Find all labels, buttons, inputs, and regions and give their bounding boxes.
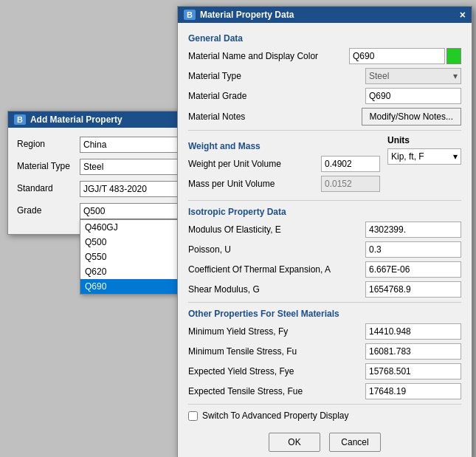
material-notes-label: Material Notes: [188, 111, 362, 122]
material-type-row: Material Type: [17, 159, 182, 175]
material-type-mat-label: Material Type: [188, 71, 365, 81]
advanced-checkbox-row: Switch To Advanced Property Display: [188, 410, 461, 421]
general-data-header: General Data: [188, 33, 461, 44]
units-value: Kip, ft, F: [391, 151, 424, 162]
fy-input[interactable]: [365, 323, 461, 340]
mass-row: Mass per Unit Volume: [188, 176, 380, 192]
close-button[interactable]: ×: [460, 10, 466, 20]
add-material-window: B Add Material Property Region Material …: [7, 111, 192, 235]
shear-label: Shear Modulus, G: [188, 284, 365, 295]
name-color-label: Material Name and Display Color: [188, 51, 349, 61]
modulus-label: Modulus Of Elasticity, E: [188, 224, 365, 235]
material-type-select-value: Steel: [369, 71, 389, 81]
material-type-input[interactable]: [80, 159, 183, 175]
poisson-input[interactable]: [365, 241, 461, 258]
material-property-title-bar: B Material Property Data ×: [178, 7, 472, 23]
grade-dropdown-list: Q460GJ Q500 Q550 Q620 Q690: [80, 219, 182, 295]
cancel-button[interactable]: Cancel: [329, 433, 381, 452]
add-material-title-text: Add Material Property: [30, 114, 123, 125]
grade-option-q500[interactable]: Q500: [80, 235, 182, 250]
fue-input[interactable]: [365, 383, 461, 399]
thermal-row: Coefficient Of Thermal Expansion, A: [188, 261, 461, 278]
material-grade-mat-label: Material Grade: [188, 91, 365, 101]
fye-row: Expected Yield Stress, Fye: [188, 363, 461, 379]
material-type-mat-row: Material Type Steel ▾: [188, 68, 461, 84]
material-property-window: B Material Property Data × General Data …: [177, 6, 472, 457]
add-material-title-icon: B: [14, 114, 26, 125]
poisson-label: Poisson, U: [188, 244, 365, 255]
grade-row: Grade Q500 Q460GJ Q500 Q550 Q620 Q690: [17, 203, 182, 219]
fu-row: Minimum Tensile Stress, Fu: [188, 343, 461, 360]
grade-option-q620[interactable]: Q620: [80, 264, 182, 279]
grade-selected[interactable]: Q500: [80, 203, 182, 219]
name-color-row: Material Name and Display Color: [188, 48, 461, 64]
thermal-label: Coefficient Of Thermal Expansion, A: [188, 264, 365, 275]
dialog-buttons: OK Cancel: [188, 427, 461, 456]
grade-option-q690[interactable]: Q690: [80, 279, 182, 294]
grade-option-q550[interactable]: Q550: [80, 250, 182, 264]
material-type-label: Material Type: [17, 159, 80, 171]
material-type-select[interactable]: Steel ▾: [365, 68, 461, 84]
region-label: Region: [17, 137, 80, 149]
weight-row: Weight per Unit Volume: [188, 156, 380, 172]
standard-input[interactable]: [80, 181, 183, 197]
units-label: Units: [387, 135, 461, 145]
units-select[interactable]: Kip, ft, F ▾: [387, 148, 461, 165]
name-color-wrap: [349, 48, 461, 64]
mass-label: Mass per Unit Volume: [188, 179, 321, 189]
fy-row: Minimum Yield Stress, Fy: [188, 323, 461, 340]
material-notes-row: Material Notes Modify/Show Notes...: [188, 108, 461, 126]
fue-row: Expected Tensile Stress, Fue: [188, 383, 461, 399]
material-property-title-text: Material Property Data: [200, 10, 294, 20]
modulus-row: Modulus Of Elasticity, E: [188, 221, 461, 238]
material-property-title-icon: B: [184, 10, 196, 20]
add-material-content: Region Material Type Standard Grade Q500…: [8, 128, 191, 234]
region-input[interactable]: [80, 137, 183, 153]
poisson-row: Poisson, U: [188, 241, 461, 258]
weight-mass-section: Weight and Mass Weight per Unit Volume M…: [188, 135, 380, 196]
standard-label: Standard: [17, 181, 80, 193]
weight-input[interactable]: [321, 156, 380, 172]
material-grade-mat-row: Material Grade: [188, 88, 461, 104]
thermal-input[interactable]: [365, 261, 461, 278]
fye-input[interactable]: [365, 363, 461, 379]
grade-label: Grade: [17, 203, 80, 216]
fu-input[interactable]: [365, 343, 461, 360]
standard-row: Standard: [17, 181, 182, 197]
fu-label: Minimum Tensile Stress, Fu: [188, 346, 365, 357]
weight-label: Weight per Unit Volume: [188, 159, 321, 169]
material-grade-input[interactable]: [365, 88, 461, 104]
mass-input[interactable]: [321, 176, 380, 192]
material-property-content: General Data Material Name and Display C…: [178, 23, 472, 457]
fye-label: Expected Yield Stress, Fye: [188, 366, 365, 377]
color-swatch[interactable]: [446, 48, 461, 64]
grade-option-q460gj[interactable]: Q460GJ: [80, 220, 182, 235]
material-type-chevron: ▾: [453, 71, 458, 81]
fy-label: Minimum Yield Stress, Fy: [188, 326, 365, 337]
advanced-checkbox-label: Switch To Advanced Property Display: [202, 410, 349, 421]
add-material-title-bar: B Add Material Property: [8, 111, 191, 128]
ok-button[interactable]: OK: [269, 433, 320, 452]
shear-input[interactable]: [365, 281, 461, 298]
units-chevron: ▾: [453, 151, 458, 162]
weight-mass-header: Weight and Mass: [188, 141, 380, 151]
shear-row: Shear Modulus, G: [188, 281, 461, 298]
region-row: Region: [17, 137, 182, 153]
grade-dropdown[interactable]: Q500 Q460GJ Q500 Q550 Q620 Q690: [80, 203, 182, 219]
fue-label: Expected Tensile Stress, Fue: [188, 386, 365, 396]
other-props-header: Other Properties For Steel Materials: [188, 309, 461, 319]
name-input[interactable]: [349, 48, 445, 64]
advanced-checkbox[interactable]: [188, 411, 198, 421]
units-section: Units Kip, ft, F ▾: [387, 135, 461, 165]
isotropic-header: Isotropic Property Data: [188, 207, 461, 217]
modify-notes-button[interactable]: Modify/Show Notes...: [362, 108, 461, 126]
modulus-input[interactable]: [365, 221, 461, 238]
